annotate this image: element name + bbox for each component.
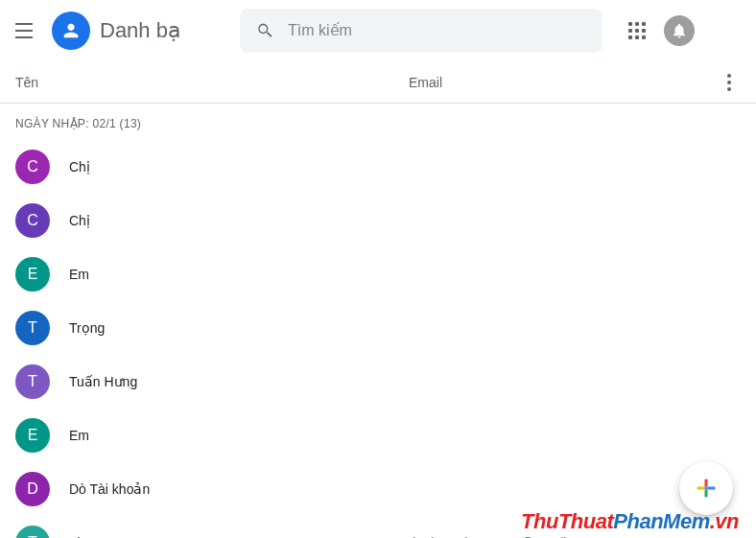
- svg-rect-0: [704, 486, 707, 489]
- avatar: C: [15, 203, 50, 238]
- header-actions: T: [626, 15, 741, 46]
- contact-name: Em: [69, 267, 409, 282]
- search-input[interactable]: [288, 22, 587, 39]
- contact-name: Trọng: [69, 320, 409, 336]
- contact-name: Tuấn Hưng: [69, 374, 409, 389]
- avatar: E: [15, 418, 50, 453]
- contact-row[interactable]: CChị: [0, 194, 756, 247]
- contact-row[interactable]: TTrọng: [0, 301, 756, 355]
- redacted-text: [89, 429, 128, 442]
- menu-icon[interactable]: [15, 19, 38, 42]
- contact-row[interactable]: DDò Tài khoản: [0, 462, 756, 516]
- column-email: Email: [409, 75, 718, 90]
- contact-row[interactable]: TTuấn Hưng: [0, 355, 756, 409]
- group-label: NGÀY NHẬP: 02/1 (13): [0, 104, 756, 140]
- search-icon: [255, 21, 274, 40]
- contact-row[interactable]: CChị: [0, 140, 756, 194]
- watermark: ThuThuatPhanMem.vn: [521, 509, 739, 534]
- contact-row[interactable]: EEm: [0, 247, 756, 301]
- contact-name: Dò Tài khoản: [69, 481, 409, 497]
- more-options-icon[interactable]: [718, 71, 741, 94]
- redacted-text: [105, 321, 157, 335]
- app-logo-title[interactable]: Danh bạ: [52, 12, 180, 50]
- notifications-icon[interactable]: [664, 15, 695, 46]
- redacted-text: [89, 268, 128, 281]
- add-contact-fab[interactable]: [679, 461, 733, 515]
- column-headers: Tên Email: [0, 61, 756, 104]
- contact-row[interactable]: EEm: [0, 409, 756, 462]
- contacts-logo-icon: [52, 12, 90, 50]
- column-name: Tên: [15, 75, 409, 90]
- redacted-text: [90, 160, 129, 174]
- avatar: T: [15, 311, 50, 345]
- avatar: T: [15, 526, 50, 538]
- plus-icon: [693, 475, 720, 502]
- contact-list: CChịCChịEEmTTrọngTTuấn HưngEEmDDò Tài kh…: [0, 140, 756, 538]
- contact-name: Chị: [69, 213, 409, 228]
- redacted-text: [90, 214, 129, 227]
- avatar: E: [15, 257, 50, 292]
- apps-icon[interactable]: [626, 19, 649, 42]
- account-avatar[interactable]: T: [710, 15, 741, 46]
- app-header: Danh bạ T: [0, 0, 756, 61]
- contact-name: Chị: [69, 159, 409, 175]
- contact-name: Em: [69, 428, 409, 443]
- app-title: Danh bạ: [100, 18, 180, 43]
- avatar: D: [15, 472, 50, 506]
- avatar: C: [15, 150, 50, 184]
- search-box[interactable]: [240, 9, 602, 53]
- avatar: T: [15, 364, 50, 399]
